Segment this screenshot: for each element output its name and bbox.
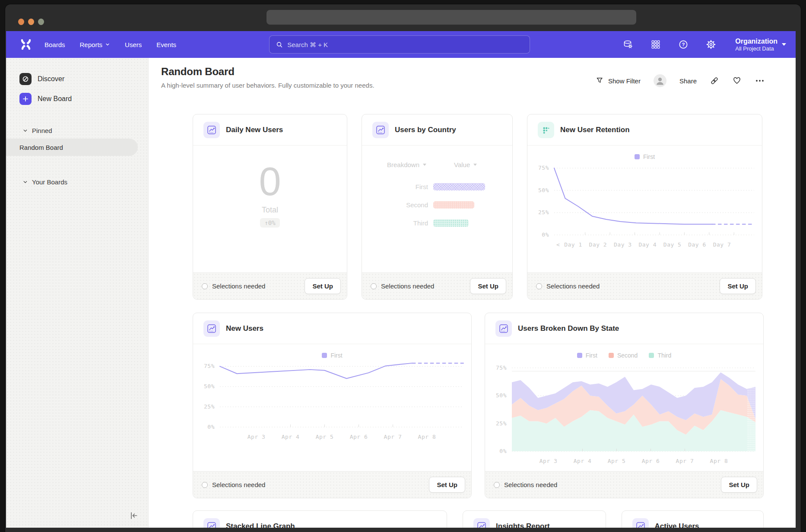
sidebar-section-pinned[interactable]: Pinned xyxy=(6,124,148,138)
status-text: Selections needed xyxy=(212,481,265,488)
status-text: Selections needed xyxy=(212,282,265,290)
stacked-area-chart: 75%50%25%0%Apr 3Apr 4Apr 5Apr 6Apr 7Apr … xyxy=(485,362,763,468)
search-bar[interactable] xyxy=(269,35,530,54)
svg-text:?: ? xyxy=(682,42,685,47)
svg-text:Apr 5: Apr 5 xyxy=(316,434,334,440)
card-title: Users Broken Down By State xyxy=(518,324,619,333)
svg-text:Apr 8: Apr 8 xyxy=(710,458,728,464)
sidebar-section-label: Pinned xyxy=(32,127,52,134)
svg-text:Apr 6: Apr 6 xyxy=(642,458,660,464)
org-switcher[interactable]: Organization All Project Data xyxy=(735,37,786,52)
address-bar[interactable] xyxy=(267,10,636,25)
sidebar-item-new-board[interactable]: New Board xyxy=(6,89,148,109)
more-options-icon[interactable] xyxy=(755,76,765,86)
mixpanel-logo[interactable] xyxy=(20,39,32,50)
traffic-lights xyxy=(18,19,44,25)
status-text: Selections needed xyxy=(546,282,600,290)
new-users-line-chart: 75%50%25%0%Apr 3Apr 4Apr 5Apr 6Apr 7Apr … xyxy=(193,362,471,462)
data-management-icon[interactable] xyxy=(623,39,633,50)
svg-text:75%: 75% xyxy=(496,364,507,371)
sidebar-item-label: New Board xyxy=(38,95,72,103)
set-up-button[interactable]: Set Up xyxy=(470,278,506,294)
nav-item-users[interactable]: Users xyxy=(125,41,142,48)
app-root: Boards Reports Users Events xyxy=(6,31,796,528)
svg-text:Apr 3: Apr 3 xyxy=(539,458,558,464)
app-grid-icon[interactable] xyxy=(651,39,661,50)
bar-row: Second xyxy=(362,201,512,209)
nav-item-boards[interactable]: Boards xyxy=(44,41,65,48)
cards-grid: Daily New Users 0 Total ↑0% xyxy=(193,114,764,528)
help-icon[interactable]: ? xyxy=(678,39,689,50)
browser-window: Boards Reports Users Events xyxy=(5,4,801,532)
svg-text:Apr 7: Apr 7 xyxy=(676,458,694,464)
desktop: Boards Reports Users Events xyxy=(0,0,806,532)
avatar[interactable] xyxy=(654,74,666,87)
breakdown-dropdown[interactable]: Breakdown xyxy=(387,161,426,168)
svg-text:Apr 8: Apr 8 xyxy=(418,434,436,440)
nav-right: ? Organization xyxy=(623,37,786,52)
copy-link-icon[interactable] xyxy=(710,76,719,86)
show-filter-button[interactable]: Show Filter xyxy=(596,76,641,85)
chart-legend: First xyxy=(193,351,471,360)
card-new-user-retention: New User Retention First 75%50%25%0%<Day… xyxy=(527,114,762,300)
svg-text:Day 4: Day 4 xyxy=(638,241,657,248)
sidebar-item-random-board[interactable]: Random Board xyxy=(6,139,138,156)
legend-item: First xyxy=(635,152,655,161)
value-dropdown[interactable]: Value xyxy=(454,161,477,168)
close-window-button[interactable] xyxy=(18,19,24,25)
search-input[interactable] xyxy=(287,41,524,48)
card-header: Insights Report xyxy=(463,511,605,528)
card-users-by-state: Users Broken Down By State FirstSecondTh… xyxy=(485,313,764,498)
card-new-users: New Users First 75%50%25%0%Apr 3Apr 4Apr… xyxy=(193,313,472,498)
bar-third xyxy=(433,219,469,227)
insights-chart-icon xyxy=(473,518,490,528)
metric-delta-badge: ↑0% xyxy=(260,218,279,228)
card-footer: Selections needed Set Up xyxy=(193,471,471,498)
card-body: First 75%50%25%0%Apr 3Apr 4Apr 5Apr 6Apr… xyxy=(193,344,471,471)
breakdown-label: Breakdown xyxy=(387,161,419,168)
svg-text:Day 7: Day 7 xyxy=(713,241,731,248)
set-up-button[interactable]: Set Up xyxy=(429,477,465,493)
card-title: Stacked Line Graph xyxy=(226,522,295,528)
minimize-window-button[interactable] xyxy=(28,19,34,25)
set-up-button[interactable]: Set Up xyxy=(721,477,757,493)
card-header: Users by Country xyxy=(362,114,512,146)
card-title: Active Users xyxy=(655,522,699,528)
svg-text:Day 2: Day 2 xyxy=(589,241,607,248)
nav-item-events[interactable]: Events xyxy=(156,41,176,48)
card-footer: Selections needed Set Up xyxy=(193,272,347,299)
svg-text:<: < xyxy=(556,241,560,248)
status-radio-icon xyxy=(202,283,208,289)
sidebar-item-discover[interactable]: Discover xyxy=(6,69,148,89)
retention-grid-icon xyxy=(538,122,554,138)
insights-chart-icon xyxy=(495,320,512,337)
share-label: Share xyxy=(679,77,697,85)
chevron-down-icon xyxy=(423,164,426,166)
set-up-button[interactable]: Set Up xyxy=(720,278,756,294)
share-button[interactable]: Share xyxy=(679,77,697,85)
board-header: Random Board A high-level summary of use… xyxy=(149,58,796,89)
settings-gear-icon[interactable] xyxy=(706,39,716,50)
bar-row: Third xyxy=(362,219,512,227)
svg-text:25%: 25% xyxy=(204,403,215,410)
card-header: Active Users xyxy=(622,511,763,528)
sidebar-section-your-boards[interactable]: Your Boards xyxy=(6,175,148,189)
favorite-heart-icon[interactable] xyxy=(732,76,742,86)
card-body: Breakdown Value xyxy=(362,146,512,272)
chevron-down-icon xyxy=(473,164,477,166)
nav-item-reports[interactable]: Reports xyxy=(80,41,111,48)
window-titlebar[interactable] xyxy=(5,4,801,31)
card-title: Users by Country xyxy=(395,126,456,134)
value-label: Value xyxy=(454,161,470,168)
zoom-window-button[interactable] xyxy=(38,19,44,25)
set-up-button[interactable]: Set Up xyxy=(305,278,341,294)
chevron-down-icon xyxy=(22,179,28,185)
card-title: Insights Report xyxy=(496,522,550,528)
sidebar-collapse-icon[interactable] xyxy=(128,510,139,521)
svg-text:Apr 6: Apr 6 xyxy=(350,434,368,440)
svg-text:50%: 50% xyxy=(496,392,507,399)
card-header: Users Broken Down By State xyxy=(485,313,763,344)
sidebar-item-label: Random Board xyxy=(19,144,63,151)
card-footer: Selections needed Set Up xyxy=(362,272,512,299)
svg-text:Day 3: Day 3 xyxy=(614,241,632,248)
